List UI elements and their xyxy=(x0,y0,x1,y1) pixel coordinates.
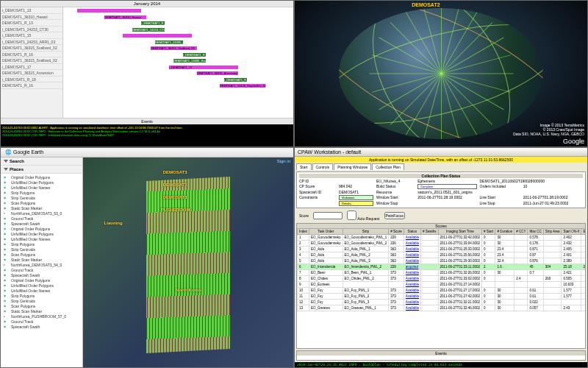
ge-layer-item[interactable]: Static Scan Marker xyxy=(2,257,81,262)
gantt-bar[interactable]: DEMOSAT1_24335_ARR1_04 xyxy=(155,40,183,44)
ge-layer-item[interactable]: Static Scan Marker xyxy=(2,308,81,314)
ge-layer-item[interactable]: Unfulfilled Order Names xyxy=(2,185,81,190)
table-row[interactable]: 7EO_BeenEO_Been_PWL_1373Available2011-06… xyxy=(298,270,587,276)
table-row[interactable]: 5EO_AidaEO_Aida_PWL_3363Available2011-06… xyxy=(298,258,587,264)
pwinfocus-button[interactable]: PwinFocus xyxy=(384,212,405,219)
table-row[interactable]: 13EO_GreavesEO_Greaves_PWL_1373Available… xyxy=(298,305,587,311)
table-row[interactable]: 2EO_GouvodiennekoEO_Gouvodienneko_PWL_22… xyxy=(298,241,587,247)
ge-layer-item[interactable]: Strip Centroids xyxy=(2,247,81,252)
ge-layer-tree[interactable]: Original Order PolygonsUnfulfilled Order… xyxy=(1,174,82,330)
column-header[interactable]: # Duration xyxy=(495,229,514,235)
ge-search-section[interactable]: Search xyxy=(1,158,82,166)
column-header[interactable]: Imaging Start Time xyxy=(438,229,482,235)
table-row[interactable]: 10EO_FuyEO_Fuy_PWL_1373Available2011-06-… xyxy=(298,288,587,294)
column-header[interactable]: # Swaths xyxy=(421,229,439,235)
ge-layer-item[interactable]: Scan Polygons xyxy=(2,252,81,257)
column-header[interactable]: # Start xyxy=(482,229,495,235)
gantt-bar[interactable]: DEMOSAT1_24253_CT30 xyxy=(132,28,165,32)
gantt-bar[interactable]: i_DEMOSAT1_R_14 xyxy=(141,21,164,25)
table-row[interactable]: 3EO_AidaEO_Aida_PWL_1363Available2011-06… xyxy=(298,247,587,252)
ge-sidebar[interactable]: Search Places Original Order PolygonsUnf… xyxy=(1,158,83,367)
gantt-row-label[interactable]: DEMOSAT1_R_13 xyxy=(1,20,62,26)
gantt-console[interactable]: 2014-01-01T01:00:02.0002 ALERT : Applica… xyxy=(1,124,293,146)
column-header[interactable]: Start ON-X xyxy=(562,229,581,235)
gantt-bar[interactable]: i_DEMOSAT1_R_18 xyxy=(224,78,247,82)
ge-layer-item[interactable]: Ground Track xyxy=(2,319,81,324)
column-header[interactable]: Index xyxy=(298,229,309,235)
ge-layer-group[interactable]: NorthKorea_PUSHBROOM_57_0 xyxy=(2,314,81,319)
gantt-row-label[interactable]: DEMOSAT1_R_16 xyxy=(1,52,62,58)
gantt-row-label[interactable]: i_DEMOSAT1_13 xyxy=(1,7,62,14)
gantt-bar[interactable]: i_DEMOSAT1_17 xyxy=(169,66,238,69)
table-row[interactable]: 8EO_ChidesEO_Chides_PWL_2373Available201… xyxy=(298,276,587,282)
table-row[interactable]: 9EO_EonteesAvailable2011-06-27T01:27:14.… xyxy=(298,282,587,288)
ge-layer-item[interactable]: Scan Polygons xyxy=(2,303,81,308)
details-button[interactable]: Details... xyxy=(339,201,373,206)
ge-layer-item[interactable]: Original Order Polygons xyxy=(2,226,81,231)
ge-layer-item[interactable]: Ground Track xyxy=(2,216,81,221)
gantt-row-label[interactable]: DEMOSAT1_36315_Ascension xyxy=(1,70,62,77)
tab-controls[interactable]: Controls xyxy=(312,163,334,170)
ge-layer-item[interactable]: Ground Track xyxy=(2,267,81,272)
table-row[interactable]: 6EO_IncendenciaEO_Incendencia_PWL_2229ac… xyxy=(298,264,587,270)
gantt-row-label[interactable]: DEMOSAT1_36315_Svalbard_02 xyxy=(1,45,62,52)
table-header-row[interactable]: IndexTask OrderStrip# ScoreStatus# Swath… xyxy=(298,229,587,235)
gantt-chart-area[interactable]: DEMOSAT1_36310_Hawaiii_DEMOSAT1_R_14DEMO… xyxy=(63,7,293,118)
ge-layer-item[interactable]: Original Order Polygons xyxy=(2,174,81,180)
column-header[interactable]: Max CC xyxy=(528,229,543,235)
column-header[interactable]: # CCY xyxy=(514,229,528,235)
ge-layer-item[interactable]: Spacecraft Swath xyxy=(2,221,81,226)
ge-places-section[interactable]: Places xyxy=(1,166,82,174)
cpaw-table-wrap[interactable]: Scores IndexTask OrderStrip# ScoreStatus… xyxy=(296,223,586,349)
ge-map-view[interactable]: Sign in DEMOSAT3DEMOSAT3DEMOSAT3PUSHBROO… xyxy=(83,158,293,367)
column-header[interactable]: # Score xyxy=(389,229,404,235)
constraints-pill[interactable]: Violations xyxy=(339,195,373,200)
auto-request-checkbox[interactable]: Auto Request xyxy=(347,210,379,221)
gantt-row-label[interactable]: DEMOSAT1_36310_Hawaii xyxy=(1,14,62,21)
globe-panel[interactable]: DEMOSAT2 Image © 2013 TerraMetrics © 201… xyxy=(294,0,588,147)
column-header[interactable]: Status xyxy=(404,229,420,235)
signin-link[interactable]: Sign in xyxy=(277,159,290,163)
ge-layer-group[interactable]: NorthKorea_DEMOSAT3_54_0 xyxy=(2,262,81,267)
ge-layer-item[interactable]: Spacecraft Swath xyxy=(2,272,81,277)
ge-layer-item[interactable]: Unfulfilled Order Polygons xyxy=(2,180,81,185)
ge-layer-item[interactable]: Unfulfilled Order Names xyxy=(2,288,81,293)
gantt-bar[interactable]: DEMOSAT1_36310_Hawaii xyxy=(104,15,146,19)
ge-layer-item[interactable]: Static Scan Marker xyxy=(2,205,81,210)
ge-layer-group[interactable]: NorthKorea_DEMOSAT3_53_0 xyxy=(2,210,81,216)
table-row[interactable]: 4EO_AidaEO_Aida_PWL_2363Available2011-06… xyxy=(298,252,587,258)
gantt-row-label[interactable]: DEMOSAT1_R_16 xyxy=(1,82,62,89)
column-header[interactable]: Task Order xyxy=(309,229,343,235)
ge-layer-item[interactable]: Strip Polygons xyxy=(2,293,81,298)
table-row[interactable]: 1EO_GouvodiennekoEO_Gouvodienneko_PWL_12… xyxy=(298,235,587,241)
gantt-row-label[interactable]: i_DEMOSAT1_24253_CT30 xyxy=(1,26,62,33)
gantt-row-label[interactable]: i_DEMOSAT1_15 xyxy=(1,32,62,39)
ge-layer-item[interactable]: Original Order Polygons xyxy=(2,277,81,283)
ge-layer-item[interactable]: Unfulfilled Order Polygons xyxy=(2,231,81,236)
ge-layer-item[interactable]: Strip Centroids xyxy=(2,298,81,303)
gantt-bar[interactable] xyxy=(123,34,192,38)
column-header[interactable]: Strip Area xyxy=(543,229,562,235)
scores-table[interactable]: IndexTask OrderStrip# ScoreStatus# Swath… xyxy=(297,228,586,311)
gantt-bar[interactable]: DEMOSAT1_24336_Svalbard_04 xyxy=(173,59,206,63)
gantt-bar[interactable]: DEMOSAT1_24426_Seychelles_02 xyxy=(220,84,266,88)
ge-layer-item[interactable]: Strip Polygons xyxy=(2,190,81,195)
table-row[interactable]: 11EO_FuyEO_Fuy_PWL_2373Available2011-06-… xyxy=(298,294,587,300)
gantt-bar[interactable]: i_DEMOSAT1_R_16 xyxy=(183,53,206,57)
gantt-row-label[interactable]: i_DEMOSAT1_24253_ARR1_03 xyxy=(1,39,62,46)
table-row[interactable]: 12EO_FuyEO_Fuy_PWL_3373Available2011-06-… xyxy=(298,300,587,305)
ge-layer-item[interactable]: Strip Polygons xyxy=(2,241,81,247)
ge-layer-item[interactable]: Strip Centroids xyxy=(2,195,81,200)
tab-start[interactable]: Start xyxy=(296,163,312,170)
gantt-bar[interactable]: DEMOSAT1_36315_Svalbard_03 xyxy=(151,46,197,50)
tab-collection-plan[interactable]: Collection Plan xyxy=(372,163,404,170)
ge-layer-item[interactable]: Unfulfilled Order Polygons xyxy=(2,283,81,288)
ge-layer-item[interactable]: Spacecraft Swath xyxy=(2,324,81,329)
gantt-bar[interactable]: DEMOSAT1_36315_Ascension xyxy=(197,71,238,75)
column-header[interactable]: Est ON-X xyxy=(581,229,586,235)
ge-layer-item[interactable]: Unfulfilled Order Names xyxy=(2,236,81,241)
score-input[interactable] xyxy=(313,212,343,219)
column-header[interactable]: Strip xyxy=(343,229,389,235)
gantt-row-label[interactable]: i_DEMOSAT1_17 xyxy=(1,64,62,71)
gantt-row-label[interactable]: DEMOSAT1_36315_Svalbard_02 xyxy=(1,57,62,64)
